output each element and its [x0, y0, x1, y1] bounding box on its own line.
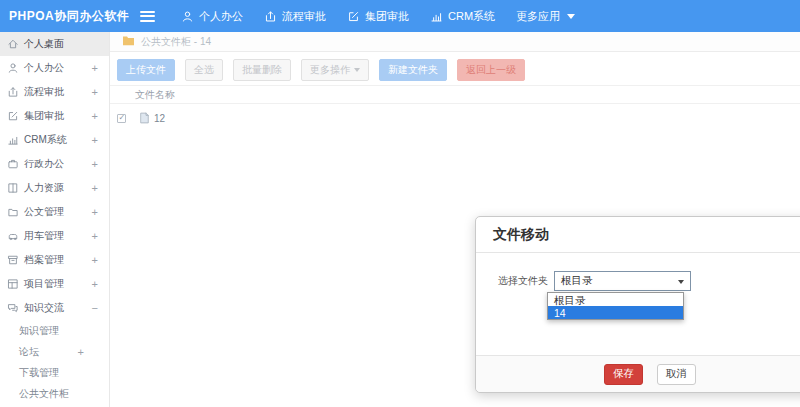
sidebar-item-workflow-approval[interactable]: 流程审批 +: [0, 80, 109, 104]
upload-file-button[interactable]: 上传文件: [117, 59, 175, 81]
more-actions-button[interactable]: 更多操作: [301, 59, 369, 81]
table-header: 文件名称: [110, 85, 800, 104]
expand-icon[interactable]: +: [92, 86, 98, 98]
chart-icon: [430, 10, 443, 23]
edit-icon: [347, 10, 360, 23]
expand-icon[interactable]: +: [92, 206, 98, 218]
expand-icon[interactable]: +: [92, 182, 98, 194]
caret-down-icon: [567, 14, 575, 19]
sidebar-item-group-approval[interactable]: 集团审批 +: [0, 104, 109, 128]
topnav-label: 流程审批: [282, 9, 326, 24]
book-icon: [7, 182, 19, 194]
topnav-label: 个人办公: [199, 9, 243, 24]
user-icon: [7, 62, 19, 74]
new-folder-button[interactable]: 新建文件夹: [379, 59, 447, 81]
save-button[interactable]: 保存: [604, 364, 643, 385]
sidebar-item-crm-system[interactable]: CRM系统 +: [0, 128, 109, 152]
app-logo: PHPOA协同办公软件: [0, 8, 140, 25]
dialog-title: 文件移动: [493, 226, 549, 244]
folder-icon: [122, 35, 135, 48]
sidebar-item-personal-desktop[interactable]: 个人桌面: [0, 32, 109, 56]
table-row: 12: [110, 108, 800, 128]
batch-delete-button[interactable]: 批量删除: [233, 59, 291, 81]
edit-icon: [7, 110, 19, 122]
column-file-name: 文件名称: [135, 88, 175, 102]
dialog-footer: 保存 取消: [476, 355, 800, 392]
sidebar-item-human-resources[interactable]: 人力资源 +: [0, 176, 109, 200]
topnav-group-approval[interactable]: 集团审批: [347, 9, 409, 24]
expand-icon[interactable]: +: [92, 62, 98, 74]
briefcase-icon: [7, 158, 19, 170]
expand-icon[interactable]: +: [92, 254, 98, 266]
collapse-icon[interactable]: −: [92, 302, 98, 314]
sidebar-item-vehicle-management[interactable]: 用车管理 +: [0, 224, 109, 248]
file-name-link[interactable]: 12: [154, 113, 165, 124]
toolbar: 上传文件 全选 批量删除 更多操作 新建文件夹 返回上一级: [110, 52, 800, 85]
topnav-label: 更多应用: [516, 9, 560, 24]
sidebar-subitem-forum[interactable]: 论坛 +: [0, 341, 109, 362]
caret-down-icon: [678, 280, 684, 284]
option-14[interactable]: 14: [548, 306, 683, 319]
breadcrumb: 公共文件柜 - 14: [110, 32, 800, 52]
sidebar-item-project-management[interactable]: 项目管理 +: [0, 272, 109, 296]
select-folder-label: 选择文件夹: [498, 274, 548, 288]
topnav-more-apps[interactable]: 更多应用: [516, 9, 575, 24]
sidebar: 个人桌面 个人办公 + 流程审批 + 集团审批 + CRM系统 + 行政办公 +: [0, 32, 110, 407]
expand-icon[interactable]: +: [92, 110, 98, 122]
topnav-personal-office[interactable]: 个人办公: [181, 9, 243, 24]
option-root-directory[interactable]: 根目录: [548, 293, 683, 306]
topnav-crm-system[interactable]: CRM系统: [430, 9, 495, 24]
file-icon: [139, 112, 150, 124]
archive-icon: [7, 254, 19, 266]
dialog-header: 文件移动: [476, 217, 800, 253]
expand-icon[interactable]: +: [92, 158, 98, 170]
topbar: PHPOA协同办公软件 个人办公 流程审批 集团审批 CRM系统 更多应用: [0, 0, 800, 32]
expand-icon[interactable]: +: [78, 346, 84, 358]
user-icon: [181, 10, 194, 23]
topnav-label: CRM系统: [448, 9, 495, 24]
chart-icon: [7, 134, 19, 146]
breadcrumb-text: 公共文件柜 - 14: [141, 35, 211, 49]
sidebar-item-admin-office[interactable]: 行政办公 +: [0, 152, 109, 176]
sidebar-subitem-knowledge-management[interactable]: 知识管理: [0, 320, 109, 341]
project-icon: [7, 278, 19, 290]
car-icon: [7, 230, 19, 242]
chat-icon: [7, 302, 19, 314]
cancel-button[interactable]: 取消: [657, 364, 696, 385]
expand-icon[interactable]: +: [92, 278, 98, 290]
dialog-body: 选择文件夹 根目录 根目录 14: [476, 271, 800, 291]
topnav-label: 集团审批: [365, 9, 409, 24]
sidebar-item-personal-office[interactable]: 个人办公 +: [0, 56, 109, 80]
home-icon: [7, 38, 19, 50]
expand-icon[interactable]: +: [92, 134, 98, 146]
sidebar-subitem-download-management[interactable]: 下载管理: [0, 362, 109, 383]
top-navigation: 个人办公 流程审批 集团审批 CRM系统 更多应用: [181, 9, 575, 24]
sidebar-item-document-management[interactable]: 公文管理 +: [0, 200, 109, 224]
file-move-dialog: 文件移动 选择文件夹 根目录 根目录 14 保存 取消: [475, 216, 800, 393]
folder-select-dropdown: 根目录 14: [547, 292, 684, 320]
topnav-workflow-approval[interactable]: 流程审批: [264, 9, 326, 24]
go-back-button[interactable]: 返回上一级: [457, 59, 525, 81]
folder-select[interactable]: 根目录: [554, 271, 691, 291]
upload-icon: [264, 10, 277, 23]
expand-icon[interactable]: +: [92, 230, 98, 242]
menu-toggle-icon[interactable]: [140, 11, 155, 22]
sidebar-item-archive-management[interactable]: 档案管理 +: [0, 248, 109, 272]
caret-down-icon: [354, 68, 360, 72]
sidebar-item-knowledge-exchange[interactable]: 知识交流 −: [0, 296, 109, 320]
folder-icon: [7, 206, 19, 218]
selected-value: 根目录: [561, 274, 593, 288]
select-all-button[interactable]: 全选: [185, 59, 223, 81]
upload-icon: [7, 86, 19, 98]
row-checkbox[interactable]: [117, 114, 126, 123]
sidebar-subitem-public-file-cabinet[interactable]: 公共文件柜: [0, 383, 109, 404]
